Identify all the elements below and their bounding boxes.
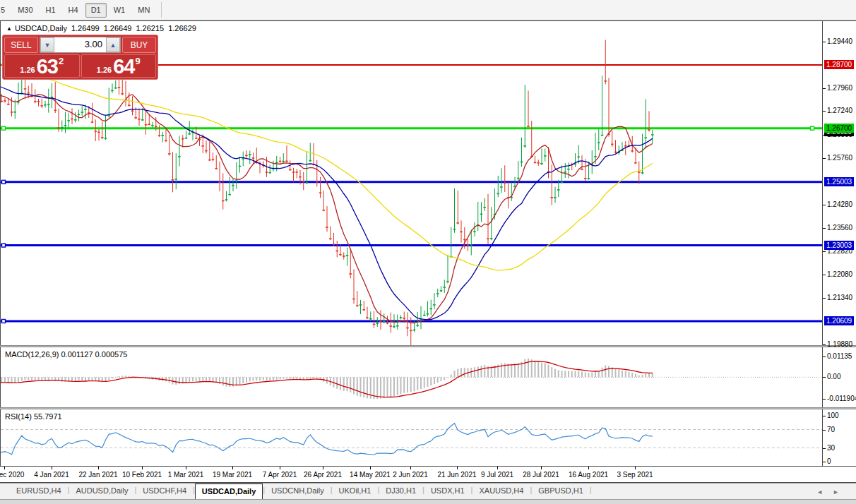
rsi-tick-mark bbox=[823, 416, 826, 416]
date-label: 4 Jan 2021 bbox=[25, 471, 78, 479]
volume-decrease-button[interactable]: ▼ bbox=[40, 37, 54, 52]
timeframe-button-5[interactable]: 5 bbox=[0, 3, 11, 18]
toolbar-separator bbox=[161, 2, 162, 18]
timeframe-button-MN[interactable]: MN bbox=[132, 3, 155, 18]
level-price-tag: 1.20609 bbox=[824, 316, 854, 325]
chart-symbol: USDCAD,Daily bbox=[15, 24, 67, 32]
date-label: 1 Mar 2021 bbox=[159, 471, 213, 479]
date-tick-mark bbox=[142, 467, 143, 469]
macd-indicator-label: MACD(12,26,9) 0.001127 0.000575 bbox=[5, 350, 127, 359]
volume-increase-button[interactable]: ▲ bbox=[106, 37, 120, 52]
date-tick-mark bbox=[4, 467, 5, 469]
tab-eurusd-h4[interactable]: EURUSD,H4 bbox=[10, 484, 68, 499]
timeframe-toolbar: 5M30H1H4D1W1MN bbox=[0, 0, 856, 20]
pane-splitter-macd[interactable] bbox=[0, 345, 856, 347]
level-price-tag: 1.23003 bbox=[824, 241, 854, 250]
price-tick-label: 1.22080 bbox=[827, 270, 852, 278]
rsi-tick-mark bbox=[823, 430, 826, 431]
macd-tick-mark bbox=[823, 399, 826, 400]
macd-tick-mark bbox=[823, 356, 826, 357]
chart-title: ▲USDCAD,Daily1.264991.266491.262151.2662… bbox=[6, 24, 196, 32]
sell-price-display[interactable]: 1.26 63 2 bbox=[4, 54, 80, 78]
price-tick-label: 1.21340 bbox=[827, 294, 852, 301]
tab-usdchf-h4[interactable]: USDCHF,H4 bbox=[136, 484, 193, 499]
date-label: 2 Jun 2021 bbox=[384, 471, 437, 479]
level-price-tag: 1.26700 bbox=[824, 124, 854, 133]
timeframe-button-H4[interactable]: H4 bbox=[63, 3, 84, 18]
macd-tick-label: 0.01135 bbox=[827, 352, 852, 360]
sell-button[interactable]: SELL bbox=[4, 37, 38, 53]
tabs-scroll-left-icon[interactable]: ◄ bbox=[816, 488, 833, 496]
tab-usdcad-daily[interactable]: USDCAD,Daily bbox=[195, 484, 263, 499]
timeframe-button-W1[interactable]: W1 bbox=[108, 3, 131, 18]
price-tick-label: 1.19880 bbox=[827, 340, 852, 348]
price-tick-label: 1.27960 bbox=[827, 84, 852, 92]
tab-gbpusd-h1[interactable]: GBPUSD,H1 bbox=[532, 484, 590, 499]
rsi-tick-mark bbox=[823, 448, 826, 449]
one-click-trading-panel: SELL ▼ 3.00 ▲ BUY 1.26 63 2 1.26 64 9 bbox=[2, 35, 158, 80]
tab-usdx-h1[interactable]: USDX,H1 bbox=[424, 484, 471, 499]
date-tick-mark bbox=[457, 467, 458, 469]
date-tick-mark bbox=[370, 467, 371, 469]
date-tick-mark bbox=[280, 467, 280, 469]
rsi-tick-label: 0 bbox=[827, 457, 831, 465]
tab-dj30-h1[interactable]: DJ30,H1 bbox=[379, 484, 422, 499]
symbol-arrow-icon: ▲ bbox=[6, 25, 12, 32]
price-tick-mark bbox=[823, 228, 826, 229]
rsi-indicator-label: RSI(14) 55.7971 bbox=[5, 412, 62, 421]
date-tick-mark bbox=[323, 467, 323, 469]
price-tick-mark bbox=[823, 344, 826, 345]
price-axis-line bbox=[822, 20, 823, 467]
date-label: 26 Apr 2021 bbox=[296, 471, 350, 479]
buy-price-display[interactable]: 1.26 64 9 bbox=[81, 54, 157, 78]
tab-usdcnh-daily[interactable]: USDCNH,Daily bbox=[265, 484, 331, 499]
chart-frame-top bbox=[0, 20, 856, 21]
date-label: 3 Sep 2021 bbox=[608, 471, 662, 479]
sell-price-pip: 2 bbox=[59, 56, 64, 66]
date-label: 19 Mar 2021 bbox=[206, 471, 259, 479]
buy-price-pip: 9 bbox=[135, 56, 140, 66]
rsi-pane-canvas[interactable] bbox=[1, 410, 822, 466]
date-tick-mark bbox=[635, 467, 636, 469]
date-tick-mark bbox=[52, 467, 52, 469]
price-tick-mark bbox=[823, 88, 826, 89]
buy-button[interactable]: BUY bbox=[122, 37, 156, 53]
price-tick-mark bbox=[823, 111, 826, 112]
buy-price-main: 64 bbox=[113, 56, 134, 77]
date-tick-mark bbox=[410, 467, 411, 469]
date-label: 28 Jul 2021 bbox=[514, 471, 568, 479]
date-tick-mark bbox=[98, 467, 99, 469]
price-tick-label: 1.23560 bbox=[827, 224, 852, 232]
window-bottom-edge bbox=[0, 499, 856, 504]
buy-price-prefix: 1.26 bbox=[97, 66, 112, 74]
timeframe-button-H1[interactable]: H1 bbox=[40, 3, 61, 18]
sell-price-prefix: 1.26 bbox=[20, 66, 35, 74]
price-tick-label: 1.29440 bbox=[827, 37, 852, 45]
date-tick-mark bbox=[541, 467, 542, 469]
rsi-tick-label: 100 bbox=[827, 412, 839, 419]
timeframe-button-D1[interactable]: D1 bbox=[85, 3, 107, 18]
timeframe-button-M30[interactable]: M30 bbox=[12, 3, 38, 18]
rsi-tick-label: 30 bbox=[827, 444, 835, 452]
tab-separator: | bbox=[590, 484, 592, 499]
rsi-tick-mark bbox=[823, 462, 826, 462]
pane-splitter-rsi[interactable] bbox=[0, 407, 856, 409]
tab-xauusd-h4[interactable]: XAUUSD,H4 bbox=[472, 484, 530, 499]
tab-audusd-daily[interactable]: AUDUSD,Daily bbox=[69, 484, 134, 499]
ohlc-close: 1.26629 bbox=[168, 24, 196, 32]
rsi-tick-label: 70 bbox=[827, 426, 835, 433]
price-tick-label: 1.25760 bbox=[827, 154, 852, 162]
price-tick-label: 1.27240 bbox=[827, 107, 852, 114]
date-label: 16 Aug 2021 bbox=[561, 471, 615, 479]
tab-ukoil-h1[interactable]: UKOil,H1 bbox=[333, 484, 378, 499]
date-tick-mark bbox=[186, 467, 186, 469]
date-tick-mark bbox=[232, 467, 233, 469]
tabs-scroll-right-icon[interactable]: ► bbox=[833, 488, 849, 496]
date-tick-mark bbox=[497, 467, 498, 469]
price-tick-mark bbox=[823, 205, 826, 205]
ohlc-low: 1.26215 bbox=[136, 24, 164, 32]
price-tick-mark bbox=[823, 298, 826, 299]
ohlc-open: 1.26499 bbox=[71, 24, 100, 32]
level-price-tag: 1.28700 bbox=[824, 60, 854, 69]
volume-input[interactable]: 3.00 bbox=[54, 37, 106, 52]
